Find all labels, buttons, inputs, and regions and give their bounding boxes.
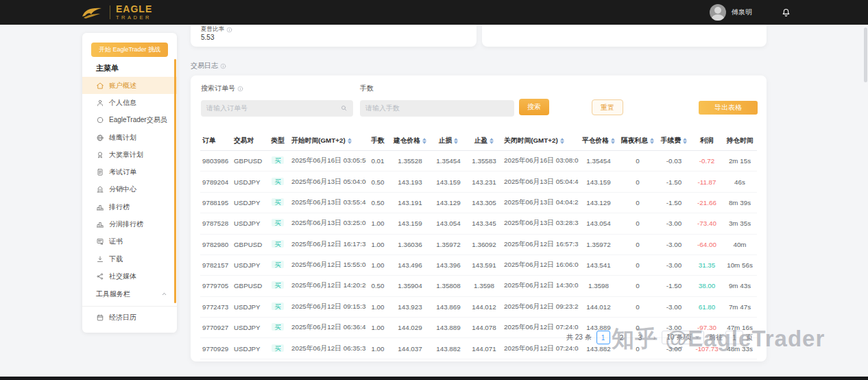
sort-carets-icon[interactable] — [611, 138, 615, 144]
column-header[interactable]: 平仓价格 — [579, 132, 618, 151]
table-row[interactable]: 9782157 USDJPY 买 2025年06月12日 15:55:04 1.… — [200, 254, 757, 275]
column-header[interactable]: 手续费 — [657, 132, 691, 151]
info-icon[interactable] — [220, 63, 226, 69]
sort-carets-icon[interactable] — [454, 138, 458, 144]
column-header[interactable]: 利润 — [691, 132, 723, 151]
chevron-up-icon — [161, 291, 167, 298]
sidebar-scrollbar[interactable] — [174, 59, 176, 303]
sidebar-item-label: 经济日历 — [109, 313, 136, 322]
sort-carets-icon[interactable] — [560, 138, 564, 144]
page-number-button[interactable]: 1 — [596, 331, 610, 344]
table-row[interactable]: 9789204 USDJPY 买 2025年06月13日 05:04:00 0.… — [200, 171, 757, 192]
column-header-label: 止损 — [439, 136, 453, 144]
sidebar-item[interactable]: 经济日历 — [82, 309, 177, 326]
sidebar-item-label: 个人信息 — [109, 98, 136, 108]
sidebar-item[interactable]: 分润排行榜 — [82, 215, 177, 233]
info-icon[interactable] — [226, 27, 232, 33]
column-header[interactable]: 开始时间(GMT+2) — [289, 132, 366, 151]
sidebar-item[interactable]: 雄鹰计划 — [82, 129, 177, 146]
sort-carets-icon[interactable] — [348, 138, 352, 144]
order-type-badge: 买 — [272, 261, 284, 268]
cell-type: 买 — [266, 151, 289, 171]
sidebar-item[interactable]: 分销中心 — [82, 181, 177, 198]
sidebar-section-tools[interactable]: 工具服务栏 — [96, 289, 167, 299]
cell-open-time: 2025年06月16日 03:05:50 — [289, 151, 366, 171]
sidebar-item[interactable]: 排行榜 — [82, 198, 177, 215]
cell-close-time: 2025年06月12日 16:57:35 — [502, 234, 579, 254]
column-header[interactable]: 隔夜利息 — [618, 132, 657, 151]
page-scrollbar[interactable] — [864, 27, 867, 82]
page-size-select[interactable]: 10 条/页 — [662, 331, 704, 344]
sidebar-item[interactable]: 社交媒体 — [82, 268, 177, 285]
column-header[interactable]: 建仓价格 — [389, 132, 431, 151]
cell-take-profit: 144.078 — [466, 318, 502, 338]
next-page-button[interactable]: › — [652, 333, 658, 342]
notification-bell-icon[interactable] — [781, 8, 791, 18]
document-icon — [96, 168, 104, 176]
sidebar-item-label: 社交媒体 — [109, 272, 136, 281]
sidebar-item[interactable]: 证书 — [82, 233, 177, 250]
page-jump-input[interactable]: 1 — [725, 331, 743, 344]
table-row[interactable]: 9803986 GBPUSD 买 2025年06月16日 03:05:50 0.… — [200, 151, 757, 171]
page-number-button[interactable]: 3 — [634, 331, 647, 344]
cell-type: 买 — [266, 171, 289, 192]
sidebar: 开始 EagleTrader 挑战 主菜单 账户概述 个人信息 EagleTra… — [82, 33, 177, 333]
sidebar-item[interactable]: 下载 — [82, 250, 177, 268]
user-name[interactable]: 傅泉明 — [732, 8, 752, 17]
lots-input[interactable]: 请输入手数 — [360, 100, 514, 117]
order-number-input[interactable]: 请输入订单号 — [201, 100, 353, 117]
pagination: 共 23 条 123 › 10 条/页 前往 1 页 — [566, 331, 753, 344]
column-header-label: 止盈 — [474, 136, 488, 144]
cell-take-profit: 143.231 — [466, 171, 502, 192]
reset-button[interactable]: 重置 — [592, 99, 623, 115]
cell-commission: -0.03 — [657, 151, 691, 171]
cell-order: 9782980 — [200, 234, 232, 254]
column-header[interactable]: 止损 — [431, 132, 466, 151]
column-header[interactable]: 类型 — [266, 132, 289, 151]
sidebar-item[interactable]: 大奖章计划 — [82, 146, 177, 163]
sort-carets-icon[interactable] — [650, 138, 654, 144]
cell-type: 买 — [266, 254, 289, 275]
brand-logo: EAGLE TRADER — [81, 0, 152, 25]
export-table-button[interactable]: 导出表格 — [699, 101, 758, 115]
medal-icon — [96, 151, 104, 159]
avatar[interactable] — [710, 4, 726, 21]
cell-swap: 0 — [618, 192, 657, 213]
table-row[interactable]: 9779705 GBPUSD 买 2025年06月12日 14:20:20 0.… — [200, 276, 757, 296]
sidebar-item[interactable]: 账户概述 — [82, 77, 177, 94]
column-header-label: 平仓价格 — [582, 136, 609, 144]
page-size-value: 10 条/页 — [666, 333, 692, 342]
sidebar-item[interactable]: EagleTrader交易员 — [82, 112, 177, 129]
sidebar-item-label: 下载 — [109, 254, 123, 264]
column-header[interactable]: 持仓时间 — [723, 132, 757, 151]
column-header[interactable]: 止盈 — [466, 132, 502, 151]
sidebar-item[interactable]: 个人信息 — [82, 94, 177, 111]
divider — [82, 306, 177, 307]
table-row[interactable]: 9787528 USDJPY 买 2025年06月13日 03:25:03 1.… — [200, 213, 757, 234]
table-row[interactable]: 9788195 USDJPY 买 2025年06月13日 03:55:44 0.… — [200, 192, 757, 213]
chevron-down-icon — [695, 336, 699, 339]
bottom-bar — [0, 377, 868, 380]
order-input-placeholder: 请输入订单号 — [206, 104, 248, 113]
brand-name-line2: TRADER — [116, 15, 152, 21]
cell-swap: 0 — [618, 234, 657, 254]
cell-commission: -1.50 — [657, 171, 691, 192]
column-header[interactable]: 关闭时间(GMT+2) — [502, 132, 579, 151]
cell-lots: 1.00 — [366, 213, 389, 234]
sort-carets-icon[interactable] — [422, 138, 426, 144]
sort-carets-icon[interactable] — [490, 138, 494, 144]
cell-open-price: 144.029 — [389, 318, 431, 338]
sort-carets-icon[interactable] — [683, 138, 687, 144]
start-challenge-button[interactable]: 开始 EagleTrader 挑战 — [91, 43, 168, 57]
table-row[interactable]: 9782980 GBPUSD 买 2025年06月12日 16:17:35 1.… — [200, 234, 757, 254]
cell-type: 买 — [266, 192, 289, 213]
info-icon[interactable] — [237, 86, 243, 92]
column-header[interactable]: 手数 — [366, 132, 389, 151]
search-button[interactable]: 搜索 — [519, 99, 549, 115]
cell-swap: 0 — [618, 276, 657, 296]
column-header[interactable]: 订单 — [200, 132, 232, 151]
column-header[interactable]: 交易对 — [232, 132, 266, 151]
page-number-button[interactable]: 2 — [615, 331, 629, 344]
table-row[interactable]: 9772473 USDJPY 买 2025年06月12日 09:15:38 1.… — [200, 296, 757, 317]
sidebar-item[interactable]: 考试订单 — [82, 163, 177, 180]
